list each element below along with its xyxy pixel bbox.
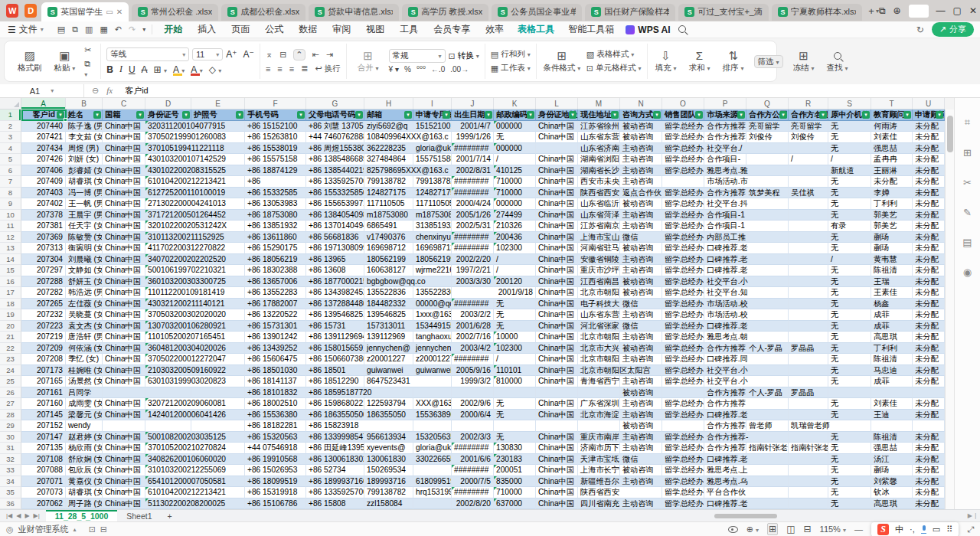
cell-U11[interactable]: 未分配 — [913, 221, 945, 232]
row-number-8[interactable]: 8 — [0, 188, 21, 199]
cell-N11[interactable]: 主动咨询 — [620, 221, 662, 232]
cell-N33[interactable]: 被动咨询 — [620, 465, 662, 476]
cell-L4[interactable] — [536, 143, 578, 155]
cell-B17[interactable]: 韩浩远 (男 — [66, 287, 103, 299]
fill-button[interactable]: ⇩ 填充 ▾ — [653, 50, 679, 74]
cell-R27[interactable] — [789, 398, 828, 410]
cell-S32[interactable]: 无 — [828, 454, 871, 466]
cell-P32[interactable]: 口碑推荐.老 — [704, 454, 789, 466]
cell-R19[interactable] — [789, 309, 828, 321]
cell-H16[interactable]: bgbgbow@qq.co — [364, 276, 452, 288]
cell-F16[interactable]: +86 13657006 — [245, 276, 306, 288]
ime-cn-icon[interactable]: 中 — [895, 524, 903, 535]
new-tab-button[interactable]: + — [868, 5, 874, 17]
cell-D33[interactable]: 310103200212255069 — [145, 465, 245, 476]
cell-O34[interactable]: 留学总经办 — [662, 476, 704, 488]
cell-R16[interactable] — [789, 276, 828, 288]
cell-P34[interactable]: 雅思考点.乌 — [704, 476, 789, 488]
cell-H18[interactable]: 184482332 — [364, 299, 413, 310]
cell-J11[interactable]: 2002/5/31 — [452, 221, 494, 232]
cell-N3[interactable]: 被动咨询 — [620, 132, 662, 143]
cell-M27[interactable]: 广东省深圳 — [578, 398, 620, 410]
avatar[interactable] — [909, 5, 929, 18]
row-number-28[interactable]: 28 — [0, 410, 21, 421]
cell-K27[interactable]: 无 — [494, 398, 536, 410]
cell-P27[interactable]: 合作方推荐 — [704, 398, 789, 410]
cell-I15[interactable]: wjrme2216 — [413, 265, 452, 276]
format-painter-button[interactable]: ▨ 格式刷 — [15, 50, 45, 74]
cell-F2[interactable]: +86 15152100 — [245, 121, 306, 132]
header-cell-E[interactable]: 护照号▼ — [191, 109, 245, 121]
cell-F27[interactable]: +86 18002510 — [245, 398, 306, 410]
cell-B25[interactable]: 汤景然 (女 — [66, 376, 103, 387]
cell-I32[interactable]: 330226655 — [413, 454, 452, 466]
cell-S21[interactable]: 无 — [828, 332, 871, 343]
cell-H32[interactable]: 130061830 — [364, 454, 413, 466]
cell-F21[interactable]: +86 13901242 — [245, 332, 306, 343]
cell-J12[interactable]: ######## — [452, 232, 494, 243]
cell-S36[interactable]: 无 — [828, 498, 871, 510]
cell-L7[interactable]: China中国 — [536, 176, 578, 188]
cell-K20[interactable]: 无 — [494, 321, 536, 332]
cell-G9[interactable]: +86 15565399710 — [306, 198, 364, 210]
hscroll-right-arrow-icon[interactable]: ▶ ∣ — [968, 512, 977, 519]
cell-T17[interactable]: 王素佳 — [871, 287, 913, 299]
cell-G29[interactable]: +86 15823918 — [306, 420, 413, 432]
cell-F11[interactable]: +86 13851932 — [245, 221, 306, 232]
cell-L36[interactable]: China中国 — [536, 498, 578, 510]
cell-F9[interactable]: +86 13053983 — [245, 198, 306, 210]
cell-P22[interactable]: 合作方推荐 — [704, 343, 746, 355]
cell-M25[interactable]: 青海省西宁 — [578, 376, 620, 387]
cell-D6[interactable]: 430102200208315525 — [145, 165, 245, 177]
row-number-19[interactable]: 19 — [0, 309, 21, 321]
cell-T22[interactable]: 丁利利 — [871, 343, 913, 355]
cell-T11[interactable]: 郭美艺 — [871, 221, 913, 232]
print-icon[interactable]: ▥ — [85, 25, 93, 34]
cell-N7[interactable]: 主动咨询 — [620, 176, 662, 188]
strikethrough-button[interactable]: A — [142, 64, 148, 75]
cell-N26[interactable]: 被动咨询 — [620, 387, 662, 399]
cell-N15[interactable]: 主动咨询 — [620, 265, 662, 276]
cell-S13[interactable]: 无 — [828, 243, 871, 254]
align-right-icon[interactable]: ≡ — [289, 64, 294, 74]
normal-view-icon[interactable]: ⊞ — [767, 523, 778, 535]
cell-P18[interactable]: 市场活动.校 — [704, 299, 789, 310]
cell-K6[interactable]: 410125 — [494, 165, 536, 177]
filter-dropdown-icon[interactable]: ▼ — [862, 111, 870, 119]
cell-B29[interactable]: wendy — [66, 420, 103, 432]
redo-icon[interactable]: ↷ — [129, 25, 136, 34]
row-number-20[interactable]: 20 — [0, 321, 21, 332]
cell-L18[interactable]: China中国 — [536, 299, 578, 310]
cell-N30[interactable]: 主动咨询 — [620, 432, 662, 443]
justify-icon[interactable]: ≣ — [301, 64, 308, 74]
cell-D34[interactable]: 654101200007050581 — [145, 476, 245, 488]
cell-L33[interactable]: China中国 — [536, 465, 578, 476]
cell-C23[interactable]: China中国 — [103, 354, 145, 365]
row-number-4[interactable]: 4 — [0, 143, 21, 155]
cell-C6[interactable]: China中国 — [103, 165, 145, 177]
cell-A29[interactable]: 207152 — [21, 420, 66, 432]
cell-J18[interactable]: ######## — [452, 299, 494, 310]
cell-R8[interactable]: 吴佳祺 — [789, 188, 828, 199]
cell-R32[interactable] — [789, 454, 828, 466]
cell-M19[interactable]: 山东省东营 — [578, 309, 620, 321]
cell-U5[interactable]: 未分配 — [913, 154, 945, 165]
cell-I9[interactable]: 117110505 — [413, 198, 452, 210]
cell-O5[interactable]: 留学总经办 — [662, 154, 704, 165]
cell-J5[interactable]: 2001/7/14 — [452, 154, 494, 165]
cell-P29[interactable]: 合作方推荐 — [704, 420, 746, 432]
wps-ai-button[interactable]: WPS AI — [626, 25, 670, 35]
cell-L19[interactable]: China中国 — [536, 309, 578, 321]
cell-O7[interactable] — [662, 176, 704, 188]
formula-content[interactable]: 客户id — [120, 85, 149, 96]
header-cell-L[interactable]: 身份证地址▼ — [536, 109, 578, 121]
cell-D31[interactable]: 370105200210270824 — [145, 443, 245, 454]
cell-D19[interactable]: 370503200302020020 — [145, 309, 245, 321]
cell-I11[interactable]: 31385193Z6 — [413, 221, 452, 232]
outline-icon[interactable]: ⊟ — [100, 525, 107, 534]
cell-O33[interactable]: 留学总经办 — [662, 465, 704, 476]
paste-button[interactable]: ▣ 粘贴 ▾ — [50, 50, 80, 74]
cell-P19[interactable]: 市场活动.校 — [704, 309, 789, 321]
cell-B13[interactable]: 衡琬明 (女 — [66, 243, 103, 254]
cell-M20[interactable]: 河北省张家 — [578, 321, 620, 332]
